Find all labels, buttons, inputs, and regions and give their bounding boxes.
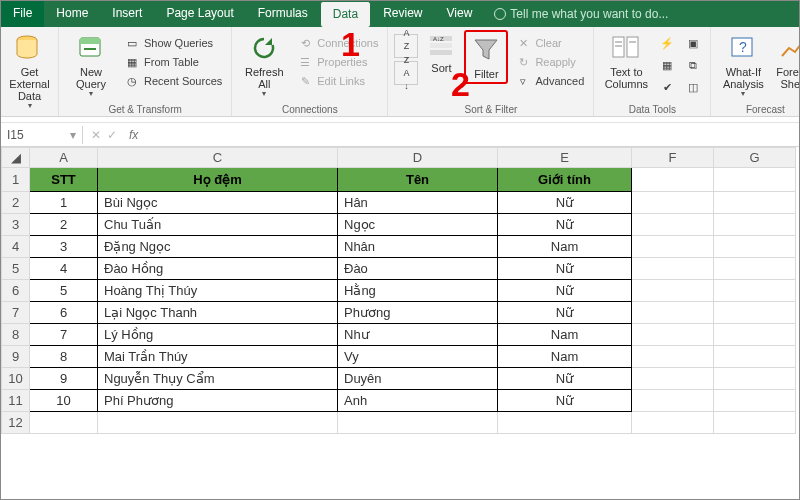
consolidate-button[interactable]: ▣ [682,34,704,52]
cell[interactable]: 7 [30,324,98,346]
manage-data-model-button[interactable]: ◫ [682,78,704,96]
cell[interactable]: Nữ [498,368,632,390]
cell[interactable]: Lý Hồng [98,324,338,346]
cell[interactable]: Phương [338,302,498,324]
cell[interactable] [632,236,714,258]
cell[interactable]: 8 [30,346,98,368]
cell[interactable]: Ngọc [338,214,498,236]
new-query-button[interactable]: New Query ▾ [65,30,117,101]
cell[interactable]: Nhân [338,236,498,258]
cell[interactable]: Phí Phương [98,390,338,412]
cell[interactable]: Mai Trần Thúy [98,346,338,368]
cell[interactable]: 9 [30,368,98,390]
cell[interactable]: Giới tính [498,168,632,192]
cell[interactable]: 1 [30,192,98,214]
data-validation-button[interactable]: ✔ [656,78,678,96]
advanced-button[interactable]: ▿Advanced [512,72,587,90]
col-header-F[interactable]: F [632,148,714,168]
cell[interactable]: Nữ [498,258,632,280]
cell[interactable]: Hằng [338,280,498,302]
reapply-button[interactable]: ↻Reapply [512,53,587,71]
cell[interactable] [714,168,796,192]
row-header[interactable]: 5 [2,258,30,280]
cell[interactable] [714,412,796,434]
cell[interactable] [498,412,632,434]
cell[interactable]: Nam [498,236,632,258]
row-header[interactable]: 7 [2,302,30,324]
cell[interactable] [714,324,796,346]
tab-formulas[interactable]: Formulas [246,1,320,27]
cell[interactable]: 10 [30,390,98,412]
select-all-cell[interactable]: ◢ [2,148,30,168]
cell[interactable] [714,390,796,412]
get-external-data-button[interactable]: Get External Data ▾ [7,30,52,113]
cell[interactable] [632,412,714,434]
col-header-A[interactable]: A [30,148,98,168]
forecast-sheet-button[interactable]: Foreca Shee [773,30,800,92]
cell[interactable] [632,390,714,412]
row-header[interactable]: 12 [2,412,30,434]
cell[interactable]: Đào [338,258,498,280]
connections-button[interactable]: ⟲Connections [294,34,381,52]
tab-view[interactable]: View [435,1,485,27]
relationships-button[interactable]: ⧉ [682,56,704,74]
tab-data[interactable]: Data [320,1,371,27]
name-box[interactable]: I15 ▾ [1,126,83,144]
cell[interactable]: Nam [498,346,632,368]
cell[interactable] [632,324,714,346]
cell[interactable] [714,258,796,280]
cell[interactable] [98,412,338,434]
cell[interactable] [714,214,796,236]
cell[interactable]: Bùi Ngọc [98,192,338,214]
cell[interactable] [714,346,796,368]
row-header[interactable]: 9 [2,346,30,368]
cell[interactable] [632,368,714,390]
edit-links-button[interactable]: ✎Edit Links [294,72,381,90]
cell[interactable]: Vy [338,346,498,368]
cell[interactable] [714,280,796,302]
cell[interactable]: 4 [30,258,98,280]
flash-fill-button[interactable]: ⚡ [656,34,678,52]
cell[interactable]: Nữ [498,214,632,236]
cell[interactable]: Nữ [498,390,632,412]
cell[interactable] [632,192,714,214]
tab-page-layout[interactable]: Page Layout [154,1,245,27]
cell[interactable]: Chu Tuấn [98,214,338,236]
cell[interactable]: STT [30,168,98,192]
cell[interactable] [714,192,796,214]
cell[interactable]: Đào Hồng [98,258,338,280]
cell[interactable] [714,236,796,258]
row-header[interactable]: 10 [2,368,30,390]
tab-home[interactable]: Home [44,1,100,27]
clear-button[interactable]: ✕Clear [512,34,587,52]
cell[interactable]: Duyên [338,368,498,390]
cell[interactable] [714,302,796,324]
cell[interactable] [632,258,714,280]
row-header[interactable]: 6 [2,280,30,302]
row-header[interactable]: 2 [2,192,30,214]
cell[interactable]: Hân [338,192,498,214]
what-if-button[interactable]: ? What-If Analysis ▾ [717,30,769,101]
row-header[interactable]: 3 [2,214,30,236]
cell[interactable]: Nữ [498,302,632,324]
worksheet-grid[interactable]: ◢ A C D E F G 1 STT Họ đệm Tên Giới tính… [1,147,799,434]
show-queries-button[interactable]: ▭Show Queries [121,34,225,52]
cell[interactable] [632,214,714,236]
remove-duplicates-button[interactable]: ▦ [656,56,678,74]
cell[interactable] [632,346,714,368]
recent-sources-button[interactable]: ◷Recent Sources [121,72,225,90]
col-header-C[interactable]: C [98,148,338,168]
cell[interactable] [338,412,498,434]
row-header[interactable]: 4 [2,236,30,258]
tab-insert[interactable]: Insert [100,1,154,27]
cell[interactable]: Nguyễn Thụy Cẩm [98,368,338,390]
cell[interactable]: Nữ [498,192,632,214]
cell[interactable] [632,280,714,302]
cell[interactable]: Họ đệm [98,168,338,192]
sort-za-button[interactable]: ZA↓ [394,61,418,85]
properties-button[interactable]: ☰Properties [294,53,381,71]
cell[interactable] [632,168,714,192]
cell[interactable]: Tên [338,168,498,192]
cell[interactable] [714,368,796,390]
cell[interactable] [632,302,714,324]
